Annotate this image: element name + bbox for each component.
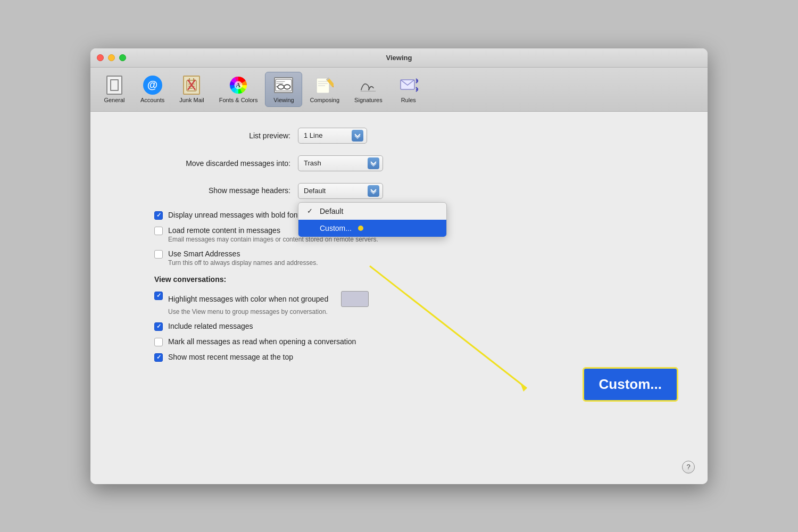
show-recent-label: Show most recent message at the top <box>168 353 293 361</box>
toolbar-item-composing[interactable]: Composing <box>302 72 347 106</box>
toolbar-item-junk-mail[interactable]: Junk Mail <box>172 72 211 106</box>
toolbar-item-accounts[interactable]: @ Accounts <box>133 72 172 106</box>
dropdown-item-custom[interactable]: Custom... <box>298 220 446 237</box>
accounts-icon: @ <box>143 76 162 95</box>
list-preview-value: 1 Line <box>304 131 322 139</box>
dropdown-default-label: Default <box>320 207 343 215</box>
viewing-icon-shape <box>274 77 293 93</box>
show-headers-label: Show message headers: <box>122 183 298 195</box>
junk-icon-shape <box>183 76 200 95</box>
minimize-button[interactable] <box>108 54 115 61</box>
toolbar-composing-label: Composing <box>310 97 339 103</box>
highlight-color-checkbox[interactable] <box>154 292 163 300</box>
smart-addresses-sublabel: Turn this off to always display names an… <box>168 259 318 267</box>
mark-read-label: Mark all messages as read when opening a… <box>168 337 356 346</box>
highlight-color-sublabel: Use the View menu to group messages by c… <box>168 308 369 315</box>
svg-line-18 <box>277 86 278 87</box>
show-headers-select[interactable]: Default <box>298 183 383 199</box>
display-unread-label: Display unread messages with bold font <box>168 211 300 219</box>
show-headers-row: Show message headers: Default ✓ Default <box>122 183 676 199</box>
display-unread-checkbox[interactable] <box>154 211 163 220</box>
move-discarded-value: Trash <box>304 159 321 167</box>
toolbar-item-fonts-colors[interactable]: A Fonts & Colors <box>212 72 265 106</box>
move-discarded-row: Move discarded messages into: Trash <box>122 155 676 171</box>
toolbar-item-signatures[interactable]: Signatures <box>347 72 390 106</box>
svg-text:A: A <box>236 81 240 88</box>
signatures-icon <box>359 76 378 95</box>
view-conversations-title: View conversations: <box>154 275 676 284</box>
toolbar: General @ Accounts <box>90 68 708 112</box>
move-discarded-label: Move discarded messages into: <box>122 159 298 168</box>
title-bar: Viewing <box>90 48 708 68</box>
help-label: ? <box>686 463 690 471</box>
move-discarded-arrow-icon <box>368 157 379 169</box>
include-related-label: Include related messages <box>168 322 253 330</box>
toolbar-viewing-label: Viewing <box>273 97 294 103</box>
general-icon-shape <box>106 76 122 95</box>
show-headers-value: Default <box>304 187 326 195</box>
viewing-icon <box>274 76 293 95</box>
load-remote-checkbox[interactable] <box>154 227 163 235</box>
toolbar-signatures-label: Signatures <box>354 97 383 103</box>
smart-addresses-row: Use Smart Addresses Turn this off to alw… <box>154 250 676 267</box>
smart-addresses-label: Use Smart Addresses <box>168 250 318 258</box>
toolbar-accounts-label: Accounts <box>140 97 164 103</box>
color-swatch[interactable] <box>341 291 369 307</box>
traffic-lights <box>97 54 126 61</box>
show-recent-row: Show most recent message at the top <box>154 353 676 362</box>
list-preview-label: List preview: <box>122 131 298 140</box>
help-button[interactable]: ? <box>682 461 695 473</box>
toolbar-fonts-label: Fonts & Colors <box>219 97 258 103</box>
close-button[interactable] <box>97 54 104 61</box>
callout-area: Custom... <box>583 367 678 402</box>
junk-mail-icon <box>182 76 201 95</box>
list-preview-arrow-icon <box>352 130 363 142</box>
show-headers-arrow-icon <box>368 185 379 197</box>
fonts-colors-icon: A <box>229 76 248 95</box>
dropdown-custom-label: Custom... <box>320 224 352 232</box>
toolbar-item-viewing[interactable]: Viewing <box>265 72 302 107</box>
dropdown-item-default[interactable]: ✓ Default <box>298 203 446 220</box>
composing-icon <box>315 76 334 95</box>
list-preview-row: List preview: 1 Line <box>122 128 676 144</box>
callout-box: Custom... <box>583 367 678 402</box>
toolbar-item-general[interactable]: General <box>96 72 133 106</box>
smart-addresses-checkbox[interactable] <box>154 250 163 259</box>
toolbar-rules-label: Rules <box>401 97 416 103</box>
main-window: Viewing General @ Accounts <box>90 48 708 484</box>
move-discarded-select[interactable]: Trash <box>298 155 383 171</box>
highlight-color-label: Highlight messages with color when not g… <box>168 295 328 303</box>
toolbar-general-label: General <box>104 97 124 103</box>
show-headers-dropdown-container: Default ✓ Default Custom... <box>298 183 383 199</box>
headers-dropdown-menu: ✓ Default Custom... <box>298 202 447 237</box>
mark-read-checkbox[interactable] <box>154 338 163 346</box>
content-area: List preview: 1 Line Move discarded mess… <box>90 112 708 484</box>
include-related-checkbox[interactable] <box>154 322 163 331</box>
callout-label: Custom... <box>599 376 662 392</box>
accounts-icon-shape: @ <box>143 76 162 95</box>
svg-marker-31 <box>520 383 527 392</box>
window-title: Viewing <box>386 54 412 62</box>
list-preview-select[interactable]: 1 Line <box>298 128 367 144</box>
rules-icon <box>399 76 418 95</box>
checkmark-default: ✓ <box>307 207 315 215</box>
include-related-row: Include related messages <box>154 322 676 331</box>
zoom-button[interactable] <box>119 54 126 61</box>
view-conversations-section: View conversations: Highlight messages w… <box>154 275 676 362</box>
toolbar-junk-label: Junk Mail <box>179 97 204 103</box>
general-icon <box>105 76 124 95</box>
mark-read-row: Mark all messages as read when opening a… <box>154 337 676 346</box>
show-recent-checkbox[interactable] <box>154 353 163 362</box>
custom-dot <box>358 226 363 231</box>
toolbar-item-rules[interactable]: Rules <box>390 72 427 106</box>
highlight-color-row: Highlight messages with color when not g… <box>154 291 676 315</box>
